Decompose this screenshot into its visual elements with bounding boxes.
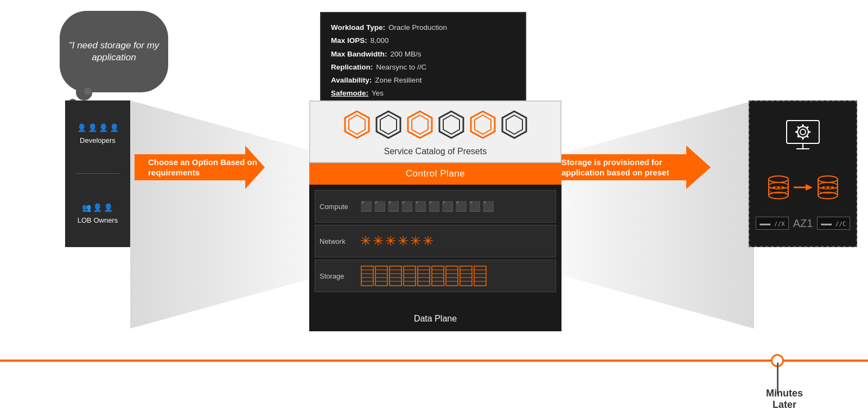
network-flake-3: ✳ bbox=[385, 234, 396, 249]
svg-rect-12 bbox=[361, 266, 373, 286]
svg-marker-3 bbox=[380, 115, 397, 134]
arrow-left-label: Choose an Option Based on requirements bbox=[143, 157, 265, 178]
person-icon-3: 👤 bbox=[99, 123, 108, 132]
chip-icon-2: ⬛ bbox=[374, 200, 386, 212]
gradient-left bbox=[130, 100, 336, 329]
storage-icons bbox=[360, 264, 501, 288]
chip-icon-4: ⬛ bbox=[401, 200, 413, 212]
info-label-iops: Max IOPS: bbox=[331, 34, 367, 47]
compute-label: Compute bbox=[320, 203, 355, 211]
chip-icon-1: ⬛ bbox=[360, 200, 372, 212]
network-icons: ✳ ✳ ✳ ✳ ✳ ✳ bbox=[360, 234, 433, 249]
transfer-arrow-icon bbox=[794, 182, 813, 193]
lob-icon-3: 👤 bbox=[104, 203, 113, 212]
data-plane-label: Data Plane bbox=[315, 310, 556, 326]
svg-marker-80 bbox=[806, 184, 813, 191]
developer-icons: 👤 👤 👤 👤 bbox=[77, 123, 119, 132]
info-label-safemode: Safemode: bbox=[331, 87, 368, 100]
network-flake-2: ✳ bbox=[373, 234, 384, 249]
server-label-x: ▬▬▬ //X bbox=[760, 220, 784, 228]
svg-point-89 bbox=[831, 186, 833, 188]
svg-marker-9 bbox=[475, 115, 491, 134]
cloud-bubble bbox=[84, 87, 92, 95]
storage-row: Storage bbox=[315, 260, 556, 292]
svg-rect-47 bbox=[460, 266, 472, 286]
svg-point-77 bbox=[777, 186, 780, 188]
info-label-workload: Workload Type: bbox=[331, 21, 385, 34]
network-flake-4: ✳ bbox=[398, 234, 409, 249]
az1-label: AZ1 bbox=[793, 217, 813, 230]
svg-rect-52 bbox=[474, 266, 486, 286]
svg-marker-5 bbox=[412, 115, 428, 134]
chip-icon-8: ⬛ bbox=[455, 200, 467, 212]
hex-1 bbox=[343, 110, 371, 140]
svg-rect-32 bbox=[418, 266, 430, 286]
gradient-right bbox=[548, 100, 754, 329]
lob-icon-1: 👥 bbox=[82, 203, 91, 212]
lob-icon-2: 👤 bbox=[93, 203, 102, 212]
chip-icon-7: ⬛ bbox=[442, 200, 454, 212]
thought-cloud: "I need storage for my application bbox=[54, 5, 174, 98]
svg-point-70 bbox=[769, 176, 788, 182]
storage-transfer bbox=[755, 174, 851, 201]
svg-point-76 bbox=[773, 186, 775, 188]
svg-rect-17 bbox=[375, 266, 387, 286]
info-value-safemode: Yes bbox=[372, 87, 384, 100]
info-value-workload: Oracle Production bbox=[388, 21, 447, 34]
network-flake-5: ✳ bbox=[410, 234, 421, 249]
server-labels: ▬▬▬ //X AZ1 ▬▬▬ //C bbox=[755, 217, 851, 230]
developers-section: 👤 👤 👤 👤 Developers bbox=[77, 123, 119, 144]
compute-row: Compute ⬛ ⬛ ⬛ ⬛ ⬛ ⬛ ⬛ ⬛ ⬛ ⬛ bbox=[315, 190, 556, 223]
hexagon-row bbox=[343, 110, 528, 140]
hex-6 bbox=[501, 110, 528, 140]
svg-marker-11 bbox=[506, 115, 522, 134]
info-box: Workload Type: Oracle Production Max IOP… bbox=[320, 12, 526, 110]
svg-point-81 bbox=[818, 176, 838, 182]
minutes-later-label: Minutes Later bbox=[766, 388, 803, 411]
chip-icon-5: ⬛ bbox=[414, 200, 426, 212]
svg-rect-42 bbox=[446, 266, 458, 286]
lob-icons: 👥 👤 👤 bbox=[82, 203, 113, 212]
gear-monitor-icon bbox=[781, 118, 825, 158]
person-icon-4: 👤 bbox=[110, 123, 119, 132]
storage-units-svg bbox=[360, 264, 501, 288]
info-label-replication: Replication: bbox=[331, 61, 373, 74]
control-plane-label: Control Plane bbox=[406, 168, 465, 179]
compute-icons: ⬛ ⬛ ⬛ ⬛ ⬛ ⬛ ⬛ ⬛ ⬛ ⬛ bbox=[360, 200, 494, 212]
storage-label: Storage bbox=[320, 272, 355, 280]
info-row-iops: Max IOPS: 8,000 bbox=[331, 34, 515, 47]
chip-icon-9: ⬛ bbox=[469, 200, 481, 212]
svg-line-67 bbox=[807, 136, 808, 137]
left-panel: 👤 👤 👤 👤 Developers 👥 👤 👤 LOB Owners bbox=[65, 100, 130, 247]
developers-label: Developers bbox=[80, 136, 116, 144]
network-row: Network ✳ ✳ ✳ ✳ ✳ ✳ bbox=[315, 225, 556, 257]
svg-point-61 bbox=[800, 129, 806, 135]
panel-divider bbox=[76, 173, 119, 174]
timeline bbox=[0, 360, 868, 362]
info-value-bandwidth: 200 MB/s bbox=[391, 48, 422, 61]
arrow-right-label: Storage is provisioned for application b… bbox=[556, 157, 711, 178]
hex-3 bbox=[406, 110, 433, 140]
hex-4 bbox=[438, 110, 465, 140]
arrow-right: Storage is provisioned for application b… bbox=[548, 146, 711, 189]
svg-rect-37 bbox=[432, 266, 444, 286]
data-plane-content: Compute ⬛ ⬛ ⬛ ⬛ ⬛ ⬛ ⬛ ⬛ ⬛ ⬛ Network bbox=[315, 190, 556, 310]
svg-rect-22 bbox=[390, 266, 401, 286]
source-storage-cylinder bbox=[768, 174, 789, 201]
service-catalog: Service Catalog of Presets bbox=[309, 100, 561, 163]
network-flake-6: ✳ bbox=[423, 234, 433, 249]
svg-marker-7 bbox=[443, 115, 459, 134]
arrow-left: Choose an Option Based on requirements bbox=[135, 146, 265, 189]
svg-line-66 bbox=[797, 127, 799, 128]
info-row-availability: Availability: Zone Resilient bbox=[331, 74, 515, 87]
chip-icon-10: ⬛ bbox=[482, 200, 494, 212]
arrow-right-shaft: Storage is provisioned for application b… bbox=[548, 146, 711, 189]
center-panel: Service Catalog of Presets Control Plane… bbox=[309, 100, 561, 331]
svg-line-68 bbox=[807, 127, 808, 128]
info-label-availability: Availability: bbox=[331, 74, 372, 87]
person-icon-1: 👤 bbox=[77, 123, 86, 132]
data-plane-wrapper: Compute ⬛ ⬛ ⬛ ⬛ ⬛ ⬛ ⬛ ⬛ ⬛ ⬛ Network bbox=[309, 185, 561, 331]
network-label: Network bbox=[320, 237, 355, 245]
svg-point-88 bbox=[827, 186, 829, 188]
info-row-workload: Workload Type: Oracle Production bbox=[331, 21, 515, 34]
